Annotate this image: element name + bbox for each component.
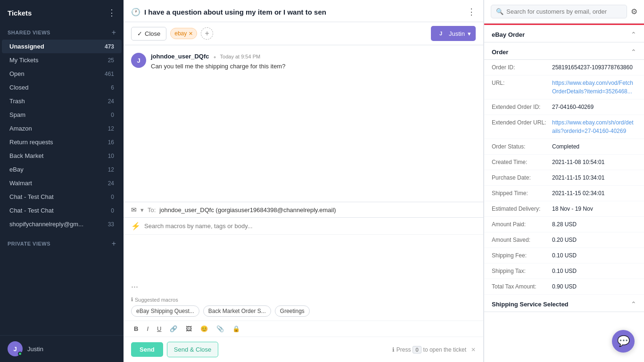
shipping-tax-row: Shipping Tax: 0.10 USD xyxy=(484,263,644,279)
shipped-time-row: Shipped Time: 2021-11-15 02:34:01 xyxy=(484,186,644,201)
collapse-shipping-button[interactable]: ⌃ xyxy=(631,300,636,308)
bold-button[interactable]: B xyxy=(131,324,141,334)
order-url-link[interactable]: https://www.ebay.com/vod/FetchOrderDetai… xyxy=(552,80,633,95)
add-tag-button[interactable]: + xyxy=(201,27,213,40)
editor-expand: ··· xyxy=(124,282,483,294)
copy-icon[interactable]: ⬥ xyxy=(213,53,216,60)
sidebar-item-chat-test-2[interactable]: Chat - Test Chat 0 xyxy=(2,204,122,217)
sidebar-item-return-requests[interactable]: Return requests 16 xyxy=(2,135,122,149)
collapse-order-button[interactable]: ⌃ xyxy=(631,48,636,56)
reply-editor[interactable] xyxy=(124,235,483,282)
link-button[interactable]: 🔗 xyxy=(167,324,180,334)
message-time: Today at 9:54 PM xyxy=(220,54,261,59)
created-time-row: Created Time: 2021-11-08 10:54:01 xyxy=(484,155,644,170)
sidebar-item-label: Closed xyxy=(9,84,111,91)
ticket-menu-button[interactable]: ⋮ xyxy=(467,7,476,17)
close-hint-button[interactable]: ✕ xyxy=(471,346,476,353)
message-text: Can you tell me the shipping charge for … xyxy=(151,62,476,71)
message-avatar: J xyxy=(131,53,146,68)
sidebar-item-label: Open xyxy=(9,70,105,77)
macro-chips: eBay Shipping Quest...Back Market Order … xyxy=(131,305,476,317)
assignee-avatar: J xyxy=(436,28,446,39)
sidebar-item-label: Amazon xyxy=(9,125,108,132)
hint-info-icon: ℹ xyxy=(392,346,395,353)
italic-button[interactable]: I xyxy=(144,324,151,334)
amount-saved-row: Amount Saved: 0.20 USD xyxy=(484,232,644,248)
sidebar-item-count: 16 xyxy=(108,139,114,146)
ticket-toolbar: ✓ Close ebay ✕ + J Justin ▾ xyxy=(124,22,483,45)
send-close-button[interactable]: Send & Close xyxy=(167,342,219,357)
sidebar-item-count: 461 xyxy=(105,71,114,77)
sidebar-item-label: Trash xyxy=(9,98,108,105)
macro-chip[interactable]: eBay Shipping Quest... xyxy=(131,305,199,317)
sidebar-user: J Justin xyxy=(0,335,124,362)
sidebar-item-count: 33 xyxy=(108,221,114,228)
order-url-row: URL: https://www.ebay.com/vod/FetchOrder… xyxy=(484,75,644,99)
order-status-row: Order Status: Completed xyxy=(484,139,644,155)
sidebar-item-walmart[interactable]: Walmart 24 xyxy=(2,176,122,190)
search-icon: 🔍 xyxy=(496,8,504,15)
sidebar-item-label: Walmart xyxy=(9,180,108,187)
add-shared-view-button[interactable]: + xyxy=(112,28,116,37)
settings-button[interactable]: ⚙ xyxy=(631,7,637,16)
customer-search-input[interactable] xyxy=(506,8,622,15)
total-tax-row: Total Tax Amount: 0.90 USD xyxy=(484,279,644,295)
right-panel-top: 🔍 ⚙ xyxy=(484,0,644,24)
macro-search-input[interactable] xyxy=(144,222,476,230)
assignee-button[interactable]: J Justin ▾ xyxy=(431,26,476,41)
sidebar-item-ebay[interactable]: eBay 12 xyxy=(2,163,122,176)
sidebar-item-back-market[interactable]: Back Market 10 xyxy=(2,149,122,163)
right-panel: 🔍 ⚙ eBay Order ⌃ Order ⌃ Order ID: 25819… xyxy=(484,0,644,362)
dropdown-icon[interactable]: ▾ xyxy=(140,206,144,214)
sidebar-item-trash[interactable]: Trash 24 xyxy=(2,94,122,108)
sidebar-item-count: 24 xyxy=(108,98,114,105)
sidebar-menu-button[interactable]: ⋮ xyxy=(107,8,116,18)
customer-search-bar: 🔍 xyxy=(491,5,627,18)
order-subsection-header: Order ⌃ xyxy=(484,42,644,60)
sidebar-item-closed[interactable]: Closed 6 xyxy=(2,81,122,94)
sidebar-item-chat-test-1[interactable]: Chat - Test Chat 0 xyxy=(2,190,122,204)
chat-widget-button[interactable]: 💬 xyxy=(612,330,635,353)
user-avatar: J xyxy=(8,341,23,356)
history-button[interactable]: 🕐 xyxy=(131,8,140,16)
image-button[interactable]: 🖼 xyxy=(183,324,195,334)
send-button[interactable]: Send xyxy=(131,342,163,357)
collapse-section-button[interactable]: ⌃ xyxy=(631,31,636,38)
emoji-button[interactable]: 😊 xyxy=(198,324,211,334)
sidebar-item-unassigned[interactable]: Unassigned 473 xyxy=(2,40,122,53)
tag-remove-button[interactable]: ✕ xyxy=(189,31,193,37)
sidebar-item-count: 0 xyxy=(111,207,114,214)
sidebar-item-open[interactable]: Open 461 xyxy=(2,67,122,81)
sidebar-title: Tickets xyxy=(8,9,32,17)
macro-chip[interactable]: Greetings xyxy=(275,305,310,317)
user-name: Justin xyxy=(27,346,43,353)
sidebar-item-shopify[interactable]: shopifychannelreply@gm... 33 xyxy=(2,217,122,231)
sidebar-item-count: 24 xyxy=(108,180,114,187)
close-ticket-button[interactable]: ✓ Close xyxy=(131,27,166,41)
message-content: johndoe_user_DQfc ⬥ Today at 9:54 PM Can… xyxy=(151,53,476,71)
sidebar-item-label: Spam xyxy=(9,111,111,118)
message-sender: johndoe_user_DQfc xyxy=(151,53,209,60)
sidebar-items: Unassigned 473 My Tickets 25 Open 461 Cl… xyxy=(0,40,124,231)
lightning-icon: ⚡ xyxy=(131,222,140,230)
add-private-view-button[interactable]: + xyxy=(112,239,116,248)
attach-button[interactable]: 📎 xyxy=(214,324,227,334)
lock-button[interactable]: 🔒 xyxy=(230,324,243,334)
reply-box: ✉ ▾ To: johndoe_user_DQfc (gorgiasuser19… xyxy=(124,202,483,362)
sidebar-item-label: Chat - Test Chat xyxy=(9,207,111,214)
private-views-header: PRIVATE VIEWS + xyxy=(0,235,124,251)
underline-button[interactable]: U xyxy=(154,324,164,334)
extended-order-url-link[interactable]: https://www.ebay.com/sh/ord/details?orde… xyxy=(552,119,634,134)
macro-search-row: ⚡ xyxy=(124,218,483,235)
sidebar-item-count: 10 xyxy=(108,153,114,159)
sidebar-item-my-tickets[interactable]: My Tickets 25 xyxy=(2,53,122,67)
check-icon: ✓ xyxy=(137,30,142,37)
shipping-fee-row: Shipping Fee: 0.10 USD xyxy=(484,248,644,263)
sidebar-item-count: 6 xyxy=(111,84,114,91)
online-indicator xyxy=(18,352,22,356)
macro-chip[interactable]: Back Market Order S... xyxy=(203,305,271,317)
sidebar-item-count: 25 xyxy=(108,57,114,64)
sidebar-item-spam[interactable]: Spam 0 xyxy=(2,108,122,122)
sidebar-item-amazon[interactable]: Amazon 12 xyxy=(2,122,122,135)
info-icon: ℹ xyxy=(131,296,133,303)
